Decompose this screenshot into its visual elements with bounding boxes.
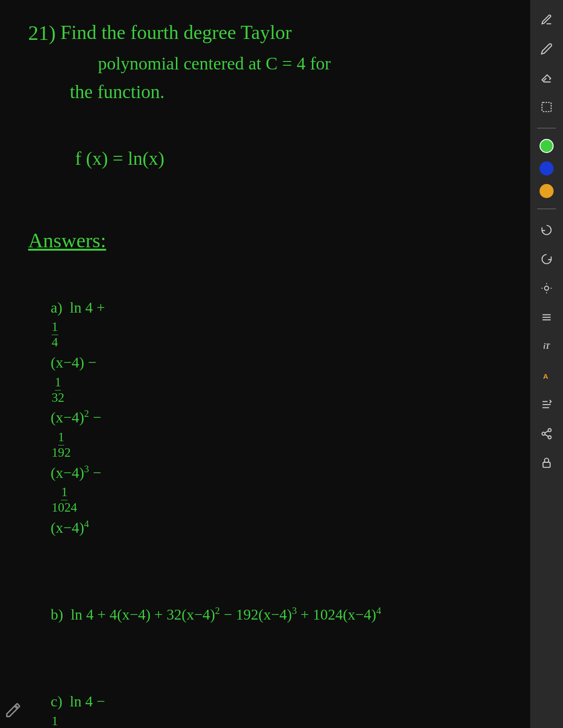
problem-number: 21) [28, 19, 56, 48]
lock-button[interactable] [536, 452, 557, 473]
problem-line2: polynomial centered at C = 4 for [98, 51, 331, 76]
svg-point-1 [545, 286, 549, 291]
function-definition: f (x) = ln(x) [47, 119, 502, 198]
problem-line3: the function. [70, 79, 331, 105]
problem-section: 21) Find the fourth degree Taylor polyno… [28, 19, 502, 198]
svg-point-9 [548, 429, 551, 432]
layers-button[interactable] [536, 307, 557, 328]
undo-button[interactable] [536, 220, 557, 240]
svg-point-11 [548, 436, 551, 439]
color-blue[interactable] [540, 161, 554, 176]
separator-1 [537, 128, 556, 129]
svg-point-10 [542, 432, 545, 436]
toolbar: iT A [530, 0, 563, 728]
svg-line-13 [545, 431, 548, 433]
color-green[interactable] [540, 139, 554, 153]
problem-line1: Find the fourth degree Taylor [61, 19, 331, 46]
sort-button[interactable] [536, 394, 557, 415]
answers-section: Answers: a) ln 4 + 14 (x−4) − 132 (x−4)2… [28, 226, 502, 728]
svg-line-12 [545, 435, 548, 437]
it-label[interactable]: iT [536, 336, 557, 357]
answer-option-c: c) ln 4 − 14 (x−4) + 132 (x−4)2 − 1192 (… [28, 663, 502, 728]
redo-button[interactable] [536, 249, 557, 269]
answers-label: Answers: [28, 226, 106, 255]
svg-rect-0 [542, 102, 551, 112]
eraser-tool-button[interactable] [536, 68, 557, 88]
annotation-button[interactable] [536, 278, 557, 299]
separator-2 [537, 208, 556, 209]
bottom-edit-icon[interactable] [5, 702, 22, 719]
main-canvas: 21) Find the fourth degree Taylor polyno… [0, 0, 530, 728]
selection-tool-button[interactable] [536, 97, 557, 117]
pencil-tool-button[interactable] [536, 38, 557, 59]
highlight-button[interactable]: A [536, 365, 557, 386]
share-button[interactable] [536, 423, 557, 444]
color-orange[interactable] [540, 184, 554, 198]
pen-tool-button[interactable] [536, 9, 557, 30]
svg-rect-14 [543, 462, 550, 467]
svg-text:A: A [543, 372, 548, 380]
answer-option-b: b) ln 4 + 4(x−4) + 32(x−4)2 − 192(x−4)3 … [28, 576, 502, 653]
answer-option-a: a) ln 4 + 14 (x−4) − 132 (x−4)2 − 1192 (… [28, 269, 502, 566]
